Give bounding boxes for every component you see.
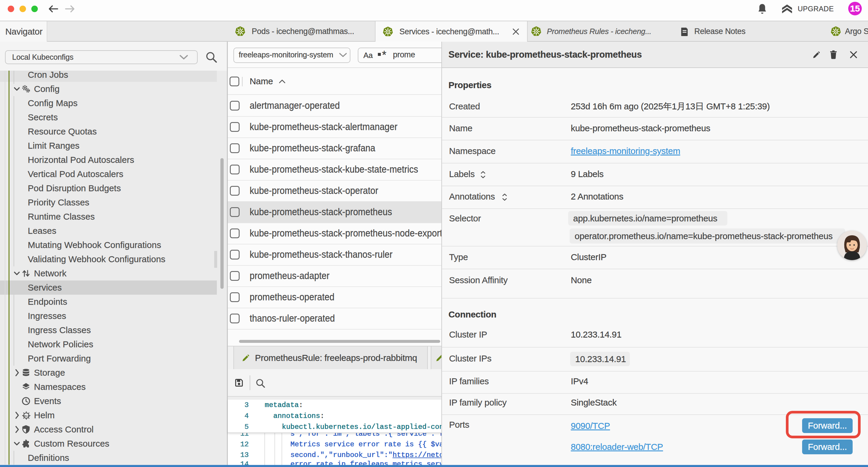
svg-text:HELM: HELM [23,415,30,417]
